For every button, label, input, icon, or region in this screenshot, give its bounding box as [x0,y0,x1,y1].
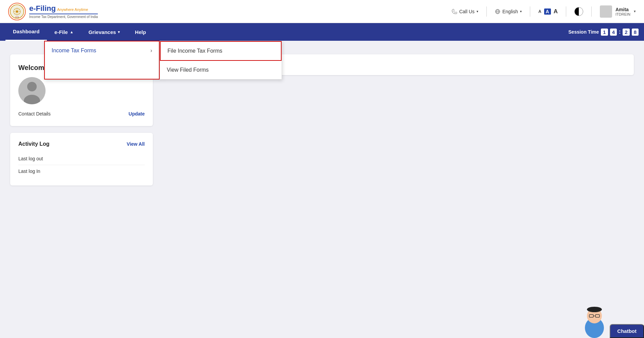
nav-links: Dashboard e-File ▲ Grievances ▾ Help [5,23,154,41]
activity-header: Activity Log View All [18,141,145,147]
separator4 [591,6,592,17]
user-profile-avatar [18,77,46,104]
font-medium-button[interactable]: A [544,8,551,15]
activity-item-logout: Last log out [18,153,145,165]
session-digit-2: 4 [610,29,617,36]
user-id: ITDREIN [615,12,630,16]
separator2 [530,6,530,17]
nav-item-efile[interactable]: e-File ▲ [47,23,81,41]
phone-icon [452,9,457,14]
session-time: Session Time 1 4 : 2 8 [568,29,639,36]
svg-point-14 [27,82,37,91]
language-button[interactable]: English ▾ [495,9,522,14]
top-bar: INDIA e-Filing Anywhere Anytime Income T… [0,0,644,23]
contact-row: Contact Details Update [18,111,145,117]
font-large-button[interactable]: A [554,8,558,15]
separator3 [566,6,566,17]
activity-card: Activity Log View All Last log out Last … [10,133,153,185]
user-avatar [600,5,612,18]
update-link[interactable]: Update [129,111,145,117]
contact-label: Contact Details [18,111,51,117]
dropdown-view-filed-forms[interactable]: View Filed Forms [160,61,282,79]
user-area: Amita ITDREIN ▾ [600,5,636,18]
nav-bar: Dashboard e-File ▲ Grievances ▾ Help Ses… [0,23,644,41]
logo-efiling-text: e-Filing Anywhere Anytime [29,4,98,13]
logo-emblem: INDIA [8,3,26,20]
activity-title: Activity Log [18,141,50,147]
dropdown-level1: Income Tax Forms › [44,41,160,79]
nav-item-dashboard[interactable]: Dashboard [5,23,47,41]
nav-item-grievances[interactable]: Grievances ▾ [81,23,127,41]
session-digit-3: 2 [623,29,629,36]
chatbot-figure [579,297,610,338]
session-digit-4: 8 [632,29,639,36]
chatbot-button[interactable]: Chatbot [610,324,644,338]
user-info: Amita ITDREIN [615,7,630,16]
top-right-controls: Call Us ▾ English ▾ A A A [452,5,636,18]
logo-area: INDIA e-Filing Anywhere Anytime Income T… [8,3,98,20]
contrast-toggle[interactable] [574,7,583,16]
dropdown-level2: File Income Tax Forms View Filed Forms [160,41,282,79]
call-us-button[interactable]: Call Us ▾ [452,9,478,14]
globe-icon [495,9,500,14]
svg-text:INDIA: INDIA [15,16,19,18]
dropdown-income-tax-forms[interactable]: Income Tax Forms › [45,41,159,60]
dropdown-file-income-tax[interactable]: File Income Tax Forms [160,41,282,61]
separator1 [486,6,487,17]
user-name: Amita [615,7,630,12]
logo-text-block: e-Filing Anywhere Anytime Income Tax Dep… [29,4,98,19]
font-small-button[interactable]: A [538,9,541,14]
chevron-right-icon: › [150,48,152,54]
activity-item-login: Last log In [18,165,145,177]
font-controls: A A A [538,8,558,15]
session-digit-1: 1 [601,29,608,36]
view-all-link[interactable]: View All [127,141,145,147]
svg-point-18 [587,307,602,312]
nav-item-help[interactable]: Help [127,23,154,41]
dropdown-overlay: Income Tax Forms › File Income Tax Forms… [0,41,644,79]
chatbot-container: Chatbot [579,297,644,338]
